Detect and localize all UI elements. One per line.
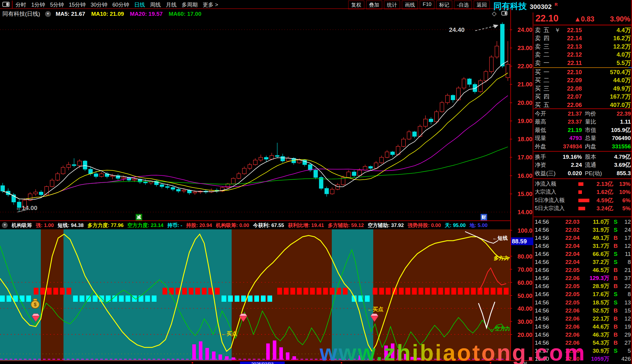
ma-line-10 — [3, 73, 508, 199]
axis-tick — [510, 334, 512, 335]
fortune-badge[interactable]: 财 — [481, 214, 487, 220]
indicator-param-14: 地: 5.00 — [470, 222, 487, 229]
buy-point-label-1: ←买点 — [221, 330, 237, 337]
order-book-row-buy-3[interactable]: 买三22.0849.9万 — [534, 85, 632, 93]
ma-label-1: MA5: 21.67 — [56, 11, 85, 17]
buy-point-label-2: ←买点 — [367, 306, 383, 313]
axis-tick — [510, 230, 512, 231]
stock-stats: 今开21.37均价22.39最高23.37量比1.11最低21.19市值105.… — [534, 110, 632, 177]
last-price-row: 22.10 ▲0.83 3.90% — [535, 13, 630, 24]
quote-sidebar: 22.10 ▲0.83 3.90% 卖五￥22.154.4万卖四22.1416.… — [534, 0, 632, 364]
indicator-axis-label: 70.00 — [512, 266, 532, 273]
indicator-axis: 100.080.0070.0060.0050.0040.0030.0020.00 — [512, 0, 532, 364]
divider — [534, 25, 632, 25]
indicator-param-13: 天: 95.00 — [445, 222, 466, 229]
order-book-row-sell-5[interactable]: 卖一22.115.5万 — [534, 59, 632, 67]
short-line-label: ←短线 — [492, 235, 508, 242]
indicator-param-8: 今获利: 67.55 — [253, 222, 284, 229]
indicator-param-11: 空方辅助: 37.92 — [368, 222, 404, 229]
svg-text:$: $ — [34, 302, 37, 307]
watermark: www.zhibiaotong.com — [320, 340, 586, 364]
ma-label-4: MA60: 17.00 — [169, 11, 202, 17]
main-chart-canvas[interactable]: $ — [0, 0, 511, 364]
reduce-badge[interactable]: 减 — [136, 214, 142, 220]
indicator-param-6: 持股: 20.94 — [186, 222, 212, 229]
flow-row-1: 净流入额2.13亿13% — [534, 180, 632, 188]
ma-line-20 — [3, 96, 508, 199]
flow-bar — [578, 207, 585, 210]
transaction-row[interactable]: 14:5622.0231.9万S24 — [534, 226, 632, 234]
indicator-title: 机构吸筹 — [12, 222, 32, 229]
order-book: 卖五￥22.154.4万卖四22.1416.2万卖三22.1312.2万卖二22… — [534, 26, 632, 109]
diamond-icon[interactable]: ◇ — [492, 10, 496, 17]
flow-bar — [578, 182, 583, 186]
indicator-param-10: 多方辅助: 59.12 — [328, 222, 364, 229]
indicator-axis-label: 20.00 — [512, 332, 532, 338]
window-split-icon[interactable] — [501, 11, 507, 15]
stat-row-6: 换手19.16%股本4.79亿 — [534, 153, 632, 161]
flow-bar — [578, 190, 582, 194]
indicator-param-7: 机构吸筹: 0.00 — [216, 222, 249, 229]
flow-bar — [578, 199, 589, 202]
flow-row-4: 5日大宗流入3.24亿5% — [534, 204, 632, 212]
order-book-row-buy-5[interactable]: 买五22.06407.0万 — [534, 101, 632, 109]
indicator-header: ▾ 机构吸筹 强: 1.00短线: 94.38多方力度: 77.96空方力度: … — [2, 222, 510, 229]
transaction-row[interactable]: 14:5622.0449.1万B17 — [534, 234, 632, 242]
order-book-row-buy-4[interactable]: 买四22.07167.7万 — [534, 93, 632, 101]
indicator-axis-label: 40.00 — [512, 305, 532, 312]
order-book-row-buy-2[interactable]: 买二22.0944.0万 — [534, 76, 632, 84]
indicator-params: 强: 1.00短线: 94.38多方力度: 77.96空方力度: 23.14持币… — [36, 222, 487, 229]
indicator-axis-label: 30.00 — [512, 318, 532, 325]
order-book-row-sell-1[interactable]: 卖五￥22.154.4万 — [534, 26, 632, 34]
order-book-row-sell-2[interactable]: 卖四22.1416.2万 — [534, 34, 632, 42]
indicator-param-1: 强: 1.00 — [36, 222, 54, 229]
transaction-row[interactable]: 14:5622.0431.7万B12 — [534, 242, 632, 250]
axis-tick — [510, 295, 512, 296]
stat-row-1: 今开21.37均价22.39 — [534, 110, 632, 118]
transaction-row[interactable]: 14:5622.0466.6万S11 — [534, 250, 632, 258]
transaction-row[interactable]: 14:5622.0311.0万S12 — [534, 218, 632, 226]
chevron-down-icon[interactable]: ▾ — [2, 222, 8, 228]
indicator-param-5: 持币: - — [167, 222, 182, 229]
transaction-row[interactable]: 14:5622.0622.1万B12 — [534, 315, 632, 323]
order-book-row-buy-1[interactable]: 买一22.10570.4万 — [534, 68, 632, 76]
chart-title: 同有科技(日线) — [2, 10, 40, 18]
axis-tick — [510, 308, 512, 309]
transaction-row[interactable]: 14:5622.0646.3万B29 — [534, 331, 632, 339]
order-book-row-sell-4[interactable]: 卖二22.124.0万 — [534, 51, 632, 59]
stat-row-2: 最高23.37量比1.11 — [534, 118, 632, 126]
ma-line-60 — [3, 147, 508, 199]
indicator-axis-label: 50.00 — [512, 293, 532, 299]
indicator-axis-label: 100.0 — [512, 227, 532, 234]
price-change: ▲0.83 — [574, 15, 594, 23]
ma-label-2: MA10: 21.09 — [91, 11, 124, 17]
indicator-param-12: 强势持股: 0.00 — [408, 222, 441, 229]
transaction-row[interactable]: 14:5622.0517.6万S8 — [534, 290, 632, 298]
stat-row-4: 现量4793总量706490 — [534, 134, 632, 142]
axis-tick — [192, 362, 193, 363]
money-flows: 净流入额2.13亿13%大宗流入1.62亿10%5日净流入额4.59亿6%5日大… — [534, 180, 632, 213]
indicator-axis-label: 60.00 — [512, 279, 532, 286]
divider — [534, 178, 632, 179]
transaction-row[interactable]: 14:5622.0528.9万B22 — [534, 282, 632, 290]
ma-labels: MA5: 21.67MA10: 21.09MA20: 19.57MA60: 17… — [56, 11, 202, 17]
price-percent: 3.90% — [610, 15, 630, 23]
transaction-row[interactable]: 14:5622.0652.5万B15 — [534, 307, 632, 315]
bull-line-label: 多方力 — [494, 255, 509, 262]
transaction-row[interactable]: 14:5622.0518.5万S13 — [534, 298, 632, 307]
axis-tick — [510, 256, 512, 256]
indicator-current-value: 88.59 — [511, 237, 533, 245]
transaction-row[interactable]: 14:5622.0546.5万B21 — [534, 266, 632, 274]
order-book-row-sell-3[interactable]: 卖三22.1312.2万 — [534, 43, 632, 51]
chevron-down-icon[interactable]: ▾ — [45, 11, 51, 17]
transaction-row[interactable]: 14:5622.0437.2万S8 — [534, 258, 632, 266]
stat-row-8: 收益(三)0.020PE(动)855.3 — [534, 169, 632, 177]
sidebar-border — [533, 13, 533, 364]
transaction-row[interactable]: 14:5622.0644.6万B19 — [534, 323, 632, 331]
axis-tick — [510, 321, 512, 322]
indicator-param-4: 空方力度: 23.14 — [127, 222, 163, 229]
date-label: 2025/03/03 — [240, 362, 285, 364]
transaction-row[interactable]: 14:5622.06129.3万B37 — [534, 274, 632, 282]
stat-row-5: 外盘374934内盘331556 — [534, 142, 632, 150]
yen-icon: ￥ — [554, 26, 560, 34]
